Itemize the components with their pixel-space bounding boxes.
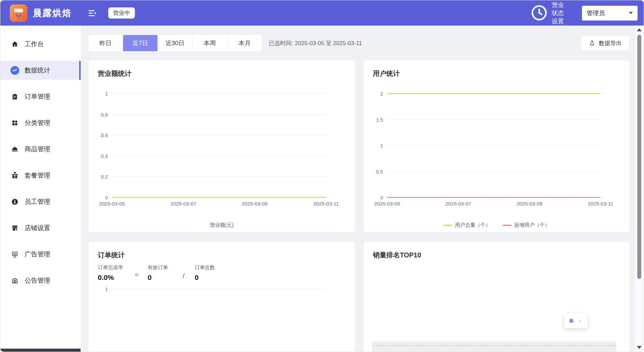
scrollbar-track[interactable] (635, 26, 644, 352)
x-axis-tick: 2025-03-09 (517, 201, 543, 206)
y-axis-tick: 1 (105, 91, 108, 97)
y-axis-tick: 0 (105, 195, 108, 200)
top10-card: 销量排名TOP10 - (363, 242, 630, 352)
y-axis-tick: 0 (380, 195, 383, 200)
sidebar-bottom-bar (0, 349, 81, 352)
sidebar-menu: 工作台数据统计订单管理分类管理商品管理套餐管理员工管理店铺设置AD广告管理公告管… (0, 26, 81, 290)
sidebar: 工作台数据统计订单管理分类管理商品管理套餐管理员工管理店铺设置AD广告管理公告管… (0, 26, 81, 352)
x-axis-tick: 2025-03-07 (170, 201, 196, 206)
equals-symbol: = (135, 271, 138, 278)
sidebar-item-workbench[interactable]: 工作台 (0, 35, 81, 54)
business-status-setting-button[interactable]: 营业状态设置 (530, 1, 569, 25)
employee-icon (10, 197, 19, 206)
x-axis-tick: 2025-03-11 (313, 201, 339, 206)
revenue-axis-caption: 营业额(元) (98, 222, 346, 228)
data-export-label: 数据导出 (599, 39, 622, 47)
y-axis-tick: 2 (380, 91, 383, 97)
product-icon (10, 145, 19, 154)
legend-item[interactable]: 用户总量（个） (443, 222, 491, 228)
svg-text:AD: AD (13, 253, 17, 255)
gridline (112, 114, 326, 115)
x-axis-tick: 2025-03-09 (242, 201, 268, 206)
gridline (112, 289, 326, 289)
sidebar-item-label: 分类管理 (25, 119, 50, 127)
gridline (387, 171, 601, 172)
chart-icon (10, 66, 19, 75)
brand-logo-icon (10, 4, 27, 22)
notice-icon (10, 276, 19, 285)
orders-card: 订单统计 订单完成率 0.0% = 有效订单 0 / 订单总数 0 (88, 242, 355, 352)
chart-tooltip: - (564, 313, 588, 328)
scroll-down-button[interactable] (637, 346, 642, 349)
dashed-gridline (372, 345, 616, 346)
x-axis-tick: 2025-03-05 (99, 201, 125, 206)
empty-chart-band (372, 342, 616, 352)
sidebar-item-orders[interactable]: 订单管理 (0, 87, 81, 106)
y-axis-tick: 0.4 (101, 153, 108, 159)
order-completion-stat: 订单完成率 0.0% (98, 264, 130, 282)
x-axis-tick: 2025-03-07 (445, 201, 471, 206)
total-orders-label: 订单总数 (195, 264, 222, 271)
tab-昨日[interactable]: 昨日 (88, 35, 123, 51)
cards-grid: 营业额统计 10.80.60.40.20 2025-03-052025-03-0… (88, 60, 630, 352)
sidebar-item-data-stats[interactable]: 数据统计 (0, 61, 81, 80)
order-stats-row: 订单完成率 0.0% = 有效订单 0 / 订单总数 0 (98, 264, 346, 282)
users-card: 用户统计 21.510.50 2025-03-052025-03-072025-… (363, 60, 630, 232)
y-axis-tick: 1.5 (376, 117, 383, 123)
sidebar-item-label: 套餐管理 (25, 171, 50, 180)
tab-近7日[interactable]: 近7日 (123, 35, 158, 51)
filter-bar: 昨日近7日近30日本周本月 已选时间: 2025-03-05 至 2025-03… (88, 35, 630, 51)
x-axis-tick: 2025-03-05 (374, 201, 400, 206)
home-icon (10, 40, 19, 49)
sidebar-item-categories[interactable]: 分类管理 (0, 114, 81, 132)
order-completion-label: 订单完成率 (98, 264, 130, 271)
user-name: 管理员 (587, 9, 605, 17)
tab-近30日[interactable]: 近30日 (158, 35, 193, 51)
combo-icon (10, 171, 19, 180)
series-line (112, 197, 326, 198)
tab-本月[interactable]: 本月 (227, 35, 262, 51)
sidebar-item-notices[interactable]: 公告管理 (0, 271, 81, 290)
caret-down-icon (629, 12, 633, 14)
y-axis-tick: 0.2 (101, 174, 108, 180)
legend-label: 用户总量（个） (455, 222, 491, 228)
scrollbar-thumb[interactable] (637, 35, 641, 279)
sidebar-item-employees[interactable]: 员工管理 (0, 192, 81, 211)
date-range-tabs: 昨日近7日近30日本周本月 (88, 35, 262, 51)
menu-fold-icon[interactable] (87, 8, 97, 18)
header-bar: 晨露烘焙 营业中 营业状态设置 管理员 (0, 0, 644, 26)
app-window: 晨露烘焙 营业中 营业状态设置 管理员 工作台数据统计订单管理分类管理商 (0, 0, 644, 352)
scroll-up-button[interactable] (637, 28, 642, 31)
sidebar-item-label: 员工管理 (25, 197, 50, 206)
total-orders-value: 0 (195, 274, 222, 282)
legend-label: 新增用户（个） (515, 222, 550, 228)
gridline (112, 135, 326, 135)
brand-title: 晨露烘焙 (33, 7, 72, 19)
y-axis-tick: 1 (380, 143, 383, 149)
y-axis-tick: 0.8 (101, 111, 108, 117)
tooltip-value: - (579, 318, 581, 323)
legend-item[interactable]: 新增用户（个） (503, 222, 550, 228)
data-export-button[interactable]: 数据导出 (581, 35, 630, 51)
selected-time-text: 已选时间: 2025-03-05 至 2025-03-11 (269, 39, 362, 47)
main-content: 昨日近7日近30日本周本月 已选时间: 2025-03-05 至 2025-03… (81, 26, 635, 352)
sidebar-item-label: 订单管理 (25, 92, 50, 101)
y-axis-tick: 0.6 (101, 132, 108, 138)
category-icon (10, 119, 19, 127)
gridline (112, 94, 326, 94)
sidebar-item-products[interactable]: 商品管理 (0, 140, 81, 159)
slash-symbol: / (183, 272, 184, 280)
tab-本周[interactable]: 本周 (193, 35, 227, 51)
sidebar-item-combos[interactable]: 套餐管理 (0, 166, 81, 185)
valid-orders-value: 0 (148, 274, 174, 282)
sidebar-item-shop-settings[interactable]: 店铺设置 (0, 219, 81, 237)
sidebar-item-label: 数据统计 (25, 66, 50, 75)
sidebar-item-label: 商品管理 (25, 145, 50, 154)
user-dropdown[interactable]: 管理员 (582, 6, 638, 21)
sidebar-item-label: 店铺设置 (25, 224, 50, 232)
revenue-card: 营业额统计 10.80.60.40.20 2025-03-052025-03-0… (88, 60, 355, 232)
header-right-group: 营业状态设置 管理员 (530, 1, 638, 25)
sidebar-item-ads[interactable]: AD广告管理 (0, 245, 81, 264)
users-legend: 用户总量（个）新增用户（个） (373, 222, 620, 228)
business-status-setting-label: 营业状态设置 (552, 1, 569, 25)
